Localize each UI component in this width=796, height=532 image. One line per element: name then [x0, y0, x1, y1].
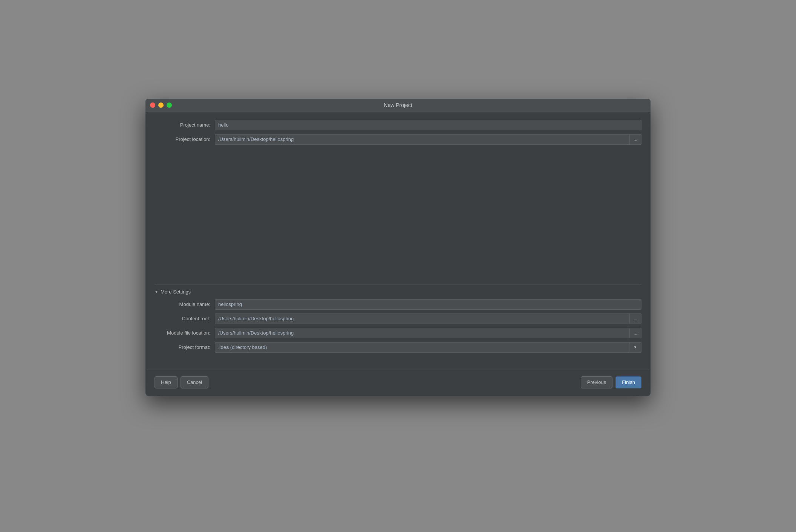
content-root-input-group: ... — [215, 313, 641, 324]
empty-area — [155, 148, 641, 284]
project-name-row: Project name: — [155, 120, 641, 130]
dialog-footer: Help Cancel Previous Finish — [145, 370, 651, 396]
module-file-location-row: Module file location: ... — [155, 328, 641, 338]
project-name-label: Project name: — [155, 122, 215, 128]
module-file-location-browse-button[interactable]: ... — [629, 328, 641, 338]
content-root-row: Content root: ... — [155, 313, 641, 324]
project-format-row: Project format: .idea (directory based) … — [155, 342, 641, 353]
cancel-button[interactable]: Cancel — [181, 376, 208, 388]
project-format-select-group: .idea (directory based) Eclipse (.classp… — [215, 342, 641, 353]
content-root-input[interactable] — [215, 313, 629, 324]
project-format-select[interactable]: .idea (directory based) Eclipse (.classp… — [215, 342, 629, 353]
project-location-label: Project location: — [155, 136, 215, 142]
project-format-label: Project format: — [155, 344, 215, 350]
close-button[interactable] — [150, 102, 155, 108]
project-location-browse-button[interactable]: ... — [629, 134, 641, 145]
project-location-input[interactable] — [215, 134, 629, 145]
module-file-location-input-group: ... — [215, 328, 641, 338]
maximize-button[interactable] — [167, 102, 172, 108]
title-bar: New Project — [145, 99, 651, 112]
collapse-icon: ▼ — [155, 290, 158, 294]
more-settings-toggle[interactable]: ▼ More Settings — [155, 289, 641, 295]
help-button[interactable]: Help — [155, 376, 178, 388]
module-name-row: Module name: — [155, 299, 641, 310]
module-file-location-label: Module file location: — [155, 330, 215, 336]
previous-button[interactable]: Previous — [581, 376, 613, 388]
finish-button[interactable]: Finish — [615, 376, 641, 388]
dialog-content: Project name: Project location: ... ▼ Mo… — [145, 112, 651, 364]
chevron-down-icon: ▼ — [629, 342, 641, 353]
more-settings-section: ▼ More Settings Module name: Content roo… — [155, 284, 641, 353]
footer-right: Previous Finish — [581, 376, 641, 388]
project-name-input[interactable] — [215, 120, 641, 130]
project-location-input-group: ... — [215, 134, 641, 145]
dialog-title: New Project — [384, 102, 412, 108]
module-name-label: Module name: — [155, 301, 215, 307]
minimize-button[interactable] — [158, 102, 164, 108]
content-root-label: Content root: — [155, 316, 215, 321]
footer-left: Help Cancel — [155, 376, 208, 388]
project-location-row: Project location: ... — [155, 134, 641, 145]
module-file-location-input[interactable] — [215, 328, 629, 338]
more-settings-label: More Settings — [161, 289, 191, 295]
module-name-input[interactable] — [215, 299, 641, 310]
content-root-browse-button[interactable]: ... — [629, 313, 641, 324]
window-controls — [150, 102, 172, 108]
new-project-dialog: New Project Project name: Project locati… — [145, 99, 651, 396]
